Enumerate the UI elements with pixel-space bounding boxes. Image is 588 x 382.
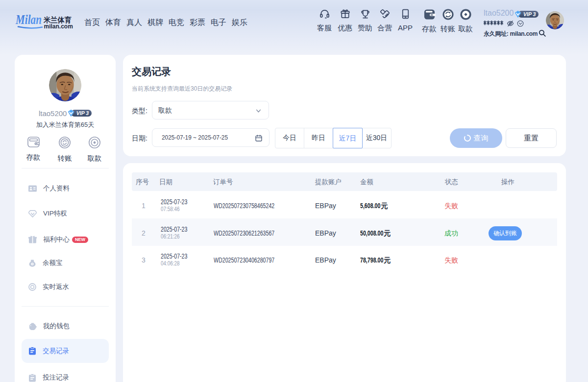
svg-text:milan.com: milan.com xyxy=(44,23,73,30)
svg-text:Milan: Milan xyxy=(15,12,42,27)
